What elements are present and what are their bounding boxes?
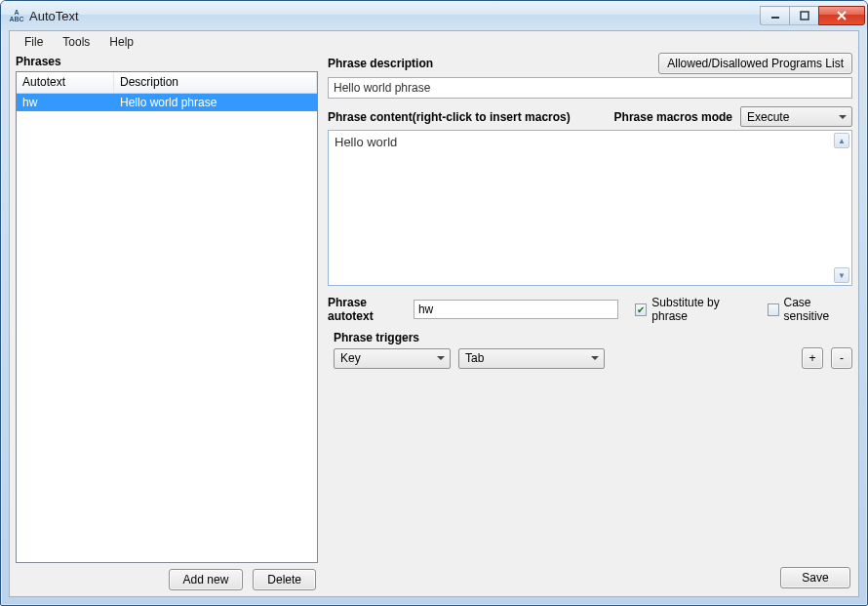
minimize-button[interactable]	[760, 6, 789, 25]
substitute-checkbox[interactable]	[635, 303, 647, 316]
app-icon: AABC	[9, 8, 24, 23]
triggers-label: Phrase triggers	[334, 331, 852, 344]
substitute-label: Substitute by phrase	[651, 296, 748, 323]
close-button[interactable]	[818, 6, 865, 25]
delete-button[interactable]: Delete	[253, 569, 316, 590]
list-item[interactable]: hw Hello world phrase	[17, 94, 317, 111]
case-checkbox[interactable]	[768, 303, 779, 316]
cell-description: Hello world phrase	[114, 95, 317, 110]
phrase-autotext-input[interactable]	[414, 300, 618, 319]
phrases-label: Phrases	[16, 53, 318, 71]
phrase-desc-input[interactable]: Hello world phrase	[328, 77, 852, 99]
cell-autotext: hw	[17, 95, 114, 110]
phrase-autotext-label: Phrase autotext	[328, 296, 408, 323]
svg-rect-0	[771, 17, 779, 19]
col-autotext[interactable]: Autotext	[17, 72, 114, 93]
macros-mode-select[interactable]: Execute	[740, 106, 852, 127]
window-title: AutoText	[29, 9, 760, 23]
trigger-type-select[interactable]: Key	[334, 348, 451, 369]
programs-list-button[interactable]: Allowed/Disallowed Programs List	[658, 53, 852, 74]
scroll-down-icon[interactable]: ▼	[834, 267, 849, 283]
add-new-button[interactable]: Add new	[169, 569, 244, 590]
content-scrollbar[interactable]: ▲ ▼	[834, 133, 849, 283]
case-checkbox-wrap[interactable]: Case sensitive	[768, 296, 852, 323]
save-button[interactable]: Save	[780, 567, 850, 588]
menubar: File Tools Help	[10, 31, 858, 53]
maximize-button[interactable]	[789, 6, 818, 25]
phrase-desc-label: Phrase description	[328, 57, 433, 70]
svg-rect-1	[801, 12, 809, 20]
col-description[interactable]: Description	[114, 72, 317, 93]
trigger-value-select[interactable]: Tab	[458, 348, 605, 369]
phrases-panel: Phrases Autotext Description hw Hello wo…	[16, 53, 318, 590]
app-window: AABC AutoText File Tools Help Phrases Au…	[0, 0, 868, 606]
phrase-content-input[interactable]: Hello world ▲ ▼	[328, 130, 852, 286]
menu-file[interactable]: File	[16, 33, 52, 51]
phrases-list-header: Autotext Description	[17, 72, 317, 94]
menu-tools[interactable]: Tools	[54, 33, 99, 51]
macros-mode-label: Phrase macros mode	[614, 110, 732, 124]
menu-help[interactable]: Help	[100, 33, 142, 51]
scroll-up-icon[interactable]: ▲	[834, 133, 849, 148]
editor-panel: Phrase description Allowed/Disallowed Pr…	[328, 53, 852, 590]
client-area: File Tools Help Phrases Autotext Descrip…	[9, 30, 859, 597]
titlebar[interactable]: AABC AutoText	[1, 1, 867, 30]
phrase-content-label: Phrase content(right-click to insert mac…	[328, 110, 571, 124]
substitute-checkbox-wrap[interactable]: Substitute by phrase	[635, 296, 748, 323]
case-label: Case sensitive	[784, 296, 852, 323]
remove-trigger-button[interactable]: -	[831, 347, 852, 369]
add-trigger-button[interactable]: +	[802, 347, 823, 369]
phrases-list[interactable]: Autotext Description hw Hello world phra…	[16, 71, 318, 563]
